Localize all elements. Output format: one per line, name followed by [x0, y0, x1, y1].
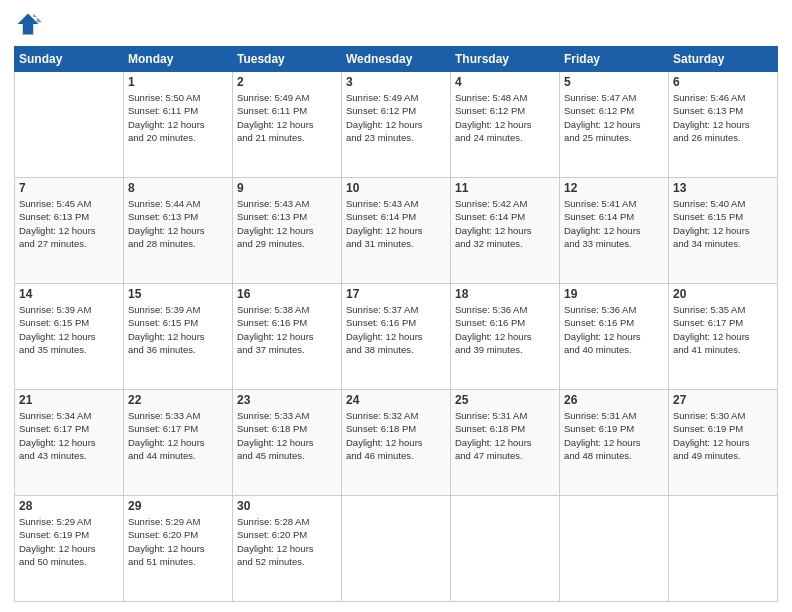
calendar-cell: 20Sunrise: 5:35 AMSunset: 6:17 PMDayligh… — [669, 284, 778, 390]
day-number: 3 — [346, 75, 446, 89]
sunrise-text: Sunrise: 5:39 AM — [19, 304, 91, 315]
calendar-cell: 4Sunrise: 5:48 AMSunset: 6:12 PMDaylight… — [451, 72, 560, 178]
calendar-cell: 12Sunrise: 5:41 AMSunset: 6:14 PMDayligh… — [560, 178, 669, 284]
daylight-text-1: Daylight: 12 hours — [455, 331, 532, 342]
calendar-cell: 2Sunrise: 5:49 AMSunset: 6:11 PMDaylight… — [233, 72, 342, 178]
sunset-text: Sunset: 6:14 PM — [455, 211, 525, 222]
day-info: Sunrise: 5:47 AMSunset: 6:12 PMDaylight:… — [564, 91, 664, 144]
daylight-text-2: and 32 minutes. — [455, 238, 523, 249]
day-number: 6 — [673, 75, 773, 89]
calendar-cell: 26Sunrise: 5:31 AMSunset: 6:19 PMDayligh… — [560, 390, 669, 496]
day-info: Sunrise: 5:30 AMSunset: 6:19 PMDaylight:… — [673, 409, 773, 462]
calendar-week-row: 28Sunrise: 5:29 AMSunset: 6:19 PMDayligh… — [15, 496, 778, 602]
day-info: Sunrise: 5:39 AMSunset: 6:15 PMDaylight:… — [19, 303, 119, 356]
day-info: Sunrise: 5:48 AMSunset: 6:12 PMDaylight:… — [455, 91, 555, 144]
sunset-text: Sunset: 6:11 PM — [128, 105, 198, 116]
day-info: Sunrise: 5:28 AMSunset: 6:20 PMDaylight:… — [237, 515, 337, 568]
sunset-text: Sunset: 6:16 PM — [455, 317, 525, 328]
daylight-text-1: Daylight: 12 hours — [237, 119, 314, 130]
day-info: Sunrise: 5:43 AMSunset: 6:13 PMDaylight:… — [237, 197, 337, 250]
calendar-week-row: 14Sunrise: 5:39 AMSunset: 6:15 PMDayligh… — [15, 284, 778, 390]
day-number: 4 — [455, 75, 555, 89]
sunset-text: Sunset: 6:16 PM — [564, 317, 634, 328]
daylight-text-1: Daylight: 12 hours — [673, 437, 750, 448]
daylight-text-2: and 34 minutes. — [673, 238, 741, 249]
daylight-text-2: and 28 minutes. — [128, 238, 196, 249]
daylight-text-2: and 29 minutes. — [237, 238, 305, 249]
calendar-cell: 14Sunrise: 5:39 AMSunset: 6:15 PMDayligh… — [15, 284, 124, 390]
daylight-text-2: and 38 minutes. — [346, 344, 414, 355]
day-info: Sunrise: 5:43 AMSunset: 6:14 PMDaylight:… — [346, 197, 446, 250]
daylight-text-1: Daylight: 12 hours — [128, 331, 205, 342]
sunrise-text: Sunrise: 5:35 AM — [673, 304, 745, 315]
daylight-text-1: Daylight: 12 hours — [128, 225, 205, 236]
day-number: 24 — [346, 393, 446, 407]
daylight-text-1: Daylight: 12 hours — [673, 225, 750, 236]
day-info: Sunrise: 5:33 AMSunset: 6:18 PMDaylight:… — [237, 409, 337, 462]
calendar-cell — [560, 496, 669, 602]
sunrise-text: Sunrise: 5:46 AM — [673, 92, 745, 103]
sunset-text: Sunset: 6:13 PM — [673, 105, 743, 116]
calendar-cell — [669, 496, 778, 602]
day-number: 1 — [128, 75, 228, 89]
daylight-text-2: and 39 minutes. — [455, 344, 523, 355]
col-header-tuesday: Tuesday — [233, 47, 342, 72]
sunrise-text: Sunrise: 5:44 AM — [128, 198, 200, 209]
day-info: Sunrise: 5:29 AMSunset: 6:20 PMDaylight:… — [128, 515, 228, 568]
sunrise-text: Sunrise: 5:36 AM — [455, 304, 527, 315]
col-header-saturday: Saturday — [669, 47, 778, 72]
day-info: Sunrise: 5:37 AMSunset: 6:16 PMDaylight:… — [346, 303, 446, 356]
calendar-cell: 15Sunrise: 5:39 AMSunset: 6:15 PMDayligh… — [124, 284, 233, 390]
calendar-cell: 6Sunrise: 5:46 AMSunset: 6:13 PMDaylight… — [669, 72, 778, 178]
daylight-text-1: Daylight: 12 hours — [673, 119, 750, 130]
daylight-text-1: Daylight: 12 hours — [237, 543, 314, 554]
sunset-text: Sunset: 6:12 PM — [564, 105, 634, 116]
col-header-thursday: Thursday — [451, 47, 560, 72]
logo — [14, 10, 46, 38]
sunset-text: Sunset: 6:18 PM — [455, 423, 525, 434]
daylight-text-2: and 47 minutes. — [455, 450, 523, 461]
day-info: Sunrise: 5:36 AMSunset: 6:16 PMDaylight:… — [455, 303, 555, 356]
day-number: 22 — [128, 393, 228, 407]
day-number: 14 — [19, 287, 119, 301]
sunrise-text: Sunrise: 5:40 AM — [673, 198, 745, 209]
sunset-text: Sunset: 6:12 PM — [346, 105, 416, 116]
calendar-cell — [342, 496, 451, 602]
calendar-cell: 25Sunrise: 5:31 AMSunset: 6:18 PMDayligh… — [451, 390, 560, 496]
day-number: 27 — [673, 393, 773, 407]
day-info: Sunrise: 5:35 AMSunset: 6:17 PMDaylight:… — [673, 303, 773, 356]
daylight-text-1: Daylight: 12 hours — [19, 543, 96, 554]
calendar-cell — [451, 496, 560, 602]
sunrise-text: Sunrise: 5:29 AM — [19, 516, 91, 527]
daylight-text-2: and 20 minutes. — [128, 132, 196, 143]
daylight-text-1: Daylight: 12 hours — [673, 331, 750, 342]
sunset-text: Sunset: 6:18 PM — [237, 423, 307, 434]
daylight-text-1: Daylight: 12 hours — [237, 331, 314, 342]
sunset-text: Sunset: 6:11 PM — [237, 105, 307, 116]
daylight-text-1: Daylight: 12 hours — [128, 543, 205, 554]
daylight-text-1: Daylight: 12 hours — [237, 225, 314, 236]
sunrise-text: Sunrise: 5:38 AM — [237, 304, 309, 315]
col-header-sunday: Sunday — [15, 47, 124, 72]
sunset-text: Sunset: 6:15 PM — [128, 317, 198, 328]
sunset-text: Sunset: 6:15 PM — [673, 211, 743, 222]
daylight-text-1: Daylight: 12 hours — [128, 437, 205, 448]
calendar-cell: 18Sunrise: 5:36 AMSunset: 6:16 PMDayligh… — [451, 284, 560, 390]
sunrise-text: Sunrise: 5:42 AM — [455, 198, 527, 209]
sunrise-text: Sunrise: 5:47 AM — [564, 92, 636, 103]
day-number: 10 — [346, 181, 446, 195]
calendar-week-row: 21Sunrise: 5:34 AMSunset: 6:17 PMDayligh… — [15, 390, 778, 496]
day-info: Sunrise: 5:31 AMSunset: 6:18 PMDaylight:… — [455, 409, 555, 462]
day-info: Sunrise: 5:40 AMSunset: 6:15 PMDaylight:… — [673, 197, 773, 250]
calendar-cell: 13Sunrise: 5:40 AMSunset: 6:15 PMDayligh… — [669, 178, 778, 284]
day-info: Sunrise: 5:45 AMSunset: 6:13 PMDaylight:… — [19, 197, 119, 250]
calendar-cell: 24Sunrise: 5:32 AMSunset: 6:18 PMDayligh… — [342, 390, 451, 496]
daylight-text-2: and 45 minutes. — [237, 450, 305, 461]
daylight-text-2: and 50 minutes. — [19, 556, 87, 567]
calendar-cell: 17Sunrise: 5:37 AMSunset: 6:16 PMDayligh… — [342, 284, 451, 390]
daylight-text-2: and 48 minutes. — [564, 450, 632, 461]
calendar-header-row: SundayMondayTuesdayWednesdayThursdayFrid… — [15, 47, 778, 72]
sunrise-text: Sunrise: 5:33 AM — [237, 410, 309, 421]
day-number: 5 — [564, 75, 664, 89]
daylight-text-2: and 33 minutes. — [564, 238, 632, 249]
